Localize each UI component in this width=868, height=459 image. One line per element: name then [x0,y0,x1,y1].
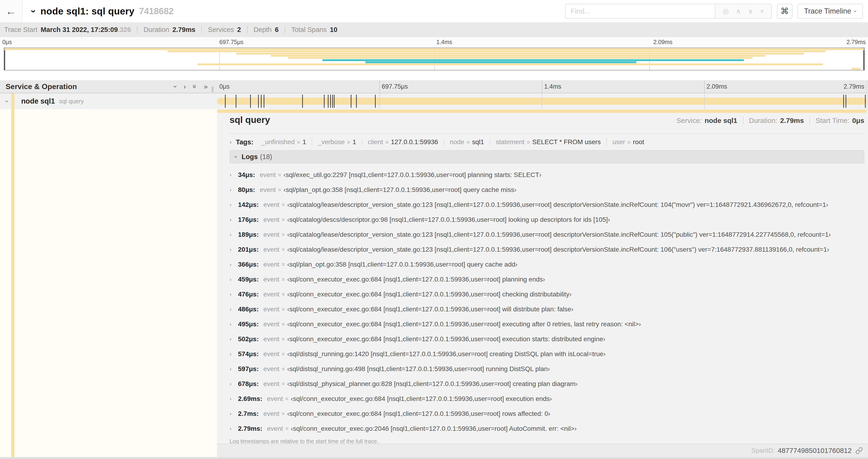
column-resize-grip[interactable]: ∥ [211,86,214,92]
log-marker [261,95,261,108]
detail-overview-label: Duration: [749,117,777,125]
log-expand-chevron-icon[interactable]: › [229,201,238,208]
log-row[interactable]: ›476μs:event=‹sql/conn_executor_exec.go:… [229,287,864,302]
keyboard-shortcuts-button[interactable]: ⌘ [777,4,793,19]
tags-expand-chevron-icon[interactable]: › [229,138,232,146]
log-expand-chevron-icon[interactable]: › [229,306,238,313]
collapse-one-icon[interactable]: › [172,85,179,88]
log-timestamp: 176μs: [238,216,259,223]
log-row[interactable]: ›2.69ms:event=‹sql/conn_executor_exec.go… [229,391,864,406]
meta-label: Total Spans [291,26,327,34]
log-expand-chevron-icon[interactable]: › [229,187,238,193]
log-field-name: event [260,171,276,179]
log-expand-chevron-icon[interactable]: › [229,411,238,417]
log-row[interactable]: ›678μs:event=‹sql/distsql_physical_plann… [229,376,864,391]
log-row[interactable]: ›574μs:event=‹sql/distsql_running.go:142… [229,347,864,362]
link-icon[interactable] [856,447,863,454]
log-row[interactable]: ›201μs:event=‹sql/catalog/lease/descript… [229,242,864,257]
log-expand-chevron-icon[interactable]: › [229,231,238,238]
detail-overview-item: Service:node sql1 [671,117,743,125]
equals-sign: = [285,396,288,402]
log-expand-chevron-icon[interactable]: › [229,381,238,387]
log-field-value: ‹sql/exec_util.go:2297 [nsql1,client=127… [283,171,541,179]
log-marker [332,95,333,108]
log-field-value: ‹sql/distsql_running.go:1420 [nsql1,clie… [287,350,606,358]
log-marker [324,95,324,108]
log-row[interactable]: ›2.79ms:event=‹sql/conn_executor_exec.go… [229,421,864,436]
log-marker [250,95,251,108]
minimap-left-scrubber[interactable] [4,48,5,70]
log-marker [236,95,236,108]
row-gridline [704,93,705,109]
log-expand-chevron-icon[interactable]: › [229,366,238,372]
log-row[interactable]: ›597μs:event=‹sql/distsql_running.go:498… [229,362,864,376]
minimap-canvas[interactable] [4,47,865,70]
logs-section-header[interactable]: › Logs (18) [229,150,864,163]
tag-item[interactable]: node=sql1 [444,138,490,146]
log-timestamp: 201μs: [238,246,259,253]
row-gridline [379,93,380,109]
minimap-span-bar [236,53,804,55]
locate-span-icon[interactable]: ◎ [723,8,729,15]
tags-row[interactable]: › Tags: _unfinished=1_verbose=1client=12… [229,136,864,148]
minimap-right-scrubber[interactable] [863,48,864,70]
expand-all-icon[interactable]: » [204,83,208,90]
equals-sign: = [278,187,281,193]
log-timestamp: 678μs: [238,380,259,388]
log-row[interactable]: ›366μs:event=‹sql/plan_opt.go:358 [nsql1… [229,257,864,272]
log-row[interactable]: ›176μs:event=‹sql/catalog/descs/descript… [229,212,864,227]
log-expand-chevron-icon[interactable]: › [229,276,238,283]
log-expand-chevron-icon[interactable]: › [229,321,238,327]
logs-collapse-chevron-icon[interactable]: › [232,156,239,158]
log-expand-chevron-icon[interactable]: › [229,261,238,268]
log-row[interactable]: ›486μs:event=‹sql/conn_executor_exec.go:… [229,302,864,317]
log-row[interactable]: ›80μs:event=‹sql/plan_opt.go:358 [nsql1,… [229,183,864,197]
span-row[interactable]: › node sql1 sql query [0,93,868,109]
span-row-timeline[interactable] [217,93,867,109]
log-expand-chevron-icon[interactable]: › [229,336,238,342]
equals-sign: = [282,366,285,372]
trace-meta-item: Services2 [202,26,247,33]
log-expand-chevron-icon[interactable]: › [229,291,238,298]
log-row[interactable]: ›189μs:event=‹sql/catalog/lease/descript… [229,227,864,242]
log-row[interactable]: ›502μs:event=‹sql/conn_executor_exec.go:… [229,332,864,347]
meta-value: March 31 2022, 17:25:09 [40,26,118,34]
tag-item[interactable]: client=127.0.0.1:59936 [362,138,443,146]
collapse-all-icon[interactable]: » [191,85,198,89]
next-result-icon[interactable]: ∨ [748,8,753,15]
equals-sign: = [282,247,285,253]
log-expand-chevron-icon[interactable]: › [229,246,238,253]
log-expand-chevron-icon[interactable]: › [229,351,238,357]
equals-sign: = [282,336,285,342]
log-row[interactable]: ›142μs:event=‹sql/catalog/lease/descript… [229,197,864,212]
collapse-trace-chevron-icon[interactable]: › [28,9,39,12]
find-input[interactable] [565,4,715,19]
bottom-strip [0,457,868,459]
tag-item[interactable]: _verbose=1 [312,138,362,146]
log-row[interactable]: ›495μs:event=‹sql/conn_executor_exec.go:… [229,317,864,332]
log-field-name: event [264,261,280,268]
find-addon: ◎ ∧ ∨ × [715,4,772,19]
log-row[interactable]: ›2.7ms:event=‹sql/conn_executor_exec.go:… [229,406,864,421]
detail-overview-item: Duration:2.79ms [743,117,809,125]
clear-find-icon[interactable]: × [760,8,764,15]
tag-key: user [613,138,625,146]
tag-item[interactable]: statement=SELECT * FROM users [490,138,607,146]
log-expand-chevron-icon[interactable]: › [229,217,238,223]
span-row-name-column[interactable]: › node sql1 sql query [0,93,217,109]
log-row[interactable]: ›34μs:event=‹sql/exec_util.go:2297 [nsql… [229,167,864,183]
tag-item[interactable]: user=root [607,138,650,146]
prev-result-icon[interactable]: ∧ [736,8,741,15]
span-collapse-chevron-icon[interactable]: › [3,100,11,102]
log-expand-chevron-icon[interactable]: › [229,396,238,402]
timeline-grid-header: Service & Operation › › » » ∥ 0μs697.75μ… [0,80,868,93]
log-row[interactable]: ›459μs:event=‹sql/conn_executor_exec.go:… [229,272,864,287]
log-expand-chevron-icon[interactable]: › [229,172,238,178]
service-operation-header: Service & Operation › › » » [0,80,217,93]
log-expand-chevron-icon[interactable]: › [229,425,238,432]
row-gridline [542,93,542,109]
view-selector-button[interactable]: Trace Timeline › [798,4,863,19]
tag-item[interactable]: _unfinished=1 [256,138,312,146]
back-button[interactable]: ← [0,0,22,22]
expand-one-icon[interactable]: › [184,83,186,90]
